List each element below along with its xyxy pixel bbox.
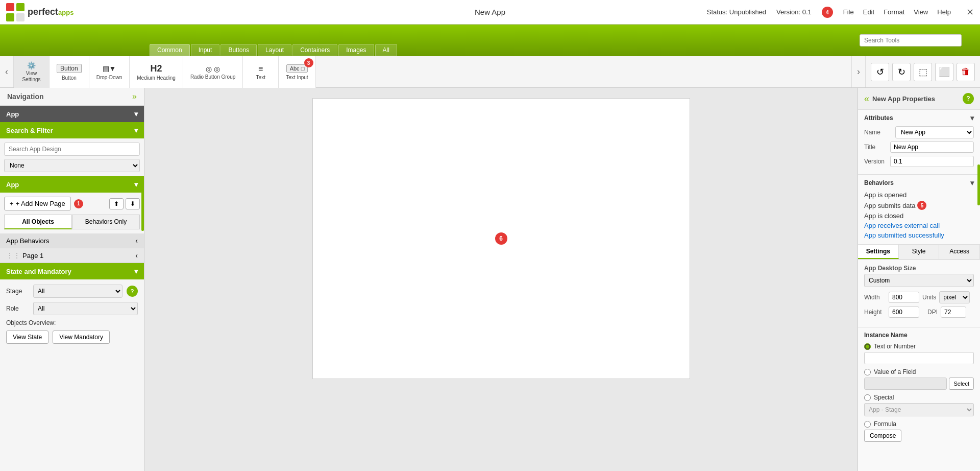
right-panel-help-button[interactable]: ? [963,93,974,104]
version-input[interactable] [890,156,974,167]
move-down-button[interactable]: ⬇ [126,198,140,209]
tool-text-input[interactable]: 3 Abc □ Text Input [279,56,315,88]
tab-input[interactable]: Input [191,44,220,56]
title-input[interactable] [890,142,974,153]
add-new-page-button[interactable]: + + Add New Page [4,197,71,210]
right-panel-header: « New App Properties ? [858,88,980,110]
toolbar-search [860,25,970,56]
tool-view-settings[interactable]: ⚙️ ViewSettings [14,56,50,88]
behavior-external-call[interactable]: App receives external call [864,221,974,230]
tool-dropdown[interactable]: ▤▼ Drop-Down [89,56,130,88]
heading-label: Medium Heading [137,75,176,81]
tab-all[interactable]: All [375,44,397,56]
radio-formula[interactable] [864,421,871,428]
frame-button[interactable]: ⬜ [935,63,953,81]
close-button[interactable]: ✕ [966,7,974,18]
state-mandatory-chevron-icon: ▾ [134,267,138,275]
stage-select[interactable]: All [33,285,122,298]
navigation-title: Navigation [7,92,44,101]
instance-text-input[interactable] [864,352,974,364]
radio-text-number[interactable] [864,343,871,350]
logo: perfectapps [6,3,74,21]
dpi-input[interactable] [941,307,966,318]
delete-button[interactable]: 🗑 [957,63,975,81]
toolbar-nav-right[interactable]: › [851,56,865,87]
canvas-area[interactable]: 6 [144,88,857,471]
logo-text: perfectapps [28,7,74,17]
nav-expand-icon[interactable]: » [132,92,137,101]
app-section-header[interactable]: App ▾ [0,106,144,122]
move-up-button[interactable]: ⬆ [109,198,124,209]
app-behaviors-label: App Behaviors [6,237,50,245]
select-field-button[interactable]: Select [949,378,974,390]
menu-edit[interactable]: Edit [863,8,874,16]
tab-style[interactable]: Style [899,245,940,259]
drag-icon: ⋮⋮ [6,251,20,260]
stage-help-button[interactable]: ? [127,286,138,297]
behaviors-collapse-icon[interactable]: ▾ [970,179,974,187]
behaviors-section: Behaviors ▾ App is opened App submits da… [858,175,980,245]
radio-formula-row: Formula [864,420,974,428]
search-tools-input[interactable] [860,34,962,46]
tab-common[interactable]: Common [150,44,190,56]
special-select[interactable]: App - Stage [864,403,974,416]
tab-all-objects[interactable]: All Objects [4,215,72,229]
behavior-app-submits[interactable]: App submits data5 [864,200,974,211]
search-app-design-input[interactable] [4,143,140,156]
tab-buttons[interactable]: Buttons [220,44,257,56]
view-settings-icon: ⚙️ [27,61,36,69]
filter-select[interactable]: None [4,159,140,172]
view-settings-label: ViewSettings [22,70,40,83]
field-value-input[interactable] [864,378,947,390]
units-select[interactable]: pixel [939,291,970,303]
behavior-submitted-success[interactable]: App submitted successfully [864,230,974,240]
tab-behaviors-only[interactable]: Behaviors Only [72,215,140,229]
compose-button[interactable]: Compose [864,430,901,442]
menu-format[interactable]: Format [884,8,904,16]
view-mandatory-button[interactable]: View Mandatory [53,331,110,344]
group-button[interactable]: ⬚ [914,63,932,81]
desktop-size-select[interactable]: Custom [864,274,974,287]
version-row: Version [864,156,974,167]
version-text: Version: 0.1 [776,8,812,16]
width-input[interactable] [889,292,919,303]
behavior-app-closed[interactable]: App is closed [864,211,974,221]
tool-medium-heading[interactable]: H2 Medium Heading [130,56,183,88]
search-filter-body: None [0,138,144,176]
state-mandatory-header[interactable]: State and Mandatory ▾ [0,263,144,279]
menu-file[interactable]: File [843,8,854,16]
app-behaviors-item[interactable]: App Behaviors ‹ [0,233,144,248]
radio-value-field-label: Value of a Field [874,368,916,375]
tab-access[interactable]: Access [939,245,980,259]
units-label: Units [922,294,936,301]
toolbar-nav-left[interactable]: ‹ [0,56,14,87]
tab-settings[interactable]: Settings [858,245,899,259]
view-state-button[interactable]: View State [6,331,48,344]
menu-help[interactable]: Help [937,8,951,16]
tab-layout[interactable]: Layout [258,44,291,56]
tool-text[interactable]: ≡ Text [243,56,279,88]
settings-body: App Desktop Size Custom Width Units pixe… [858,260,980,327]
behavior-app-opened[interactable]: App is opened [864,190,974,200]
right-scroll-indicator [977,164,980,205]
page1-item[interactable]: ⋮⋮ Page 1 ‹ [0,248,144,263]
radio-value-field[interactable] [864,369,871,375]
tab-images[interactable]: Images [338,44,374,56]
radio-special[interactable] [864,394,871,401]
redo-button[interactable]: ↻ [892,63,911,81]
app-sub-header[interactable]: App ▾ [0,176,144,193]
right-panel-collapse-icon[interactable]: « [864,93,869,104]
search-filter-header[interactable]: Search & Filter ▾ [0,122,144,138]
menu-view[interactable]: View [914,8,928,16]
height-input[interactable] [889,307,919,318]
tool-radio-button-group[interactable]: ◎ ◎ Radio Button Group [183,56,243,88]
width-label: Width [864,294,886,301]
undo-button[interactable]: ↺ [871,63,889,81]
name-label: Name [864,129,892,136]
name-input[interactable]: New App [895,126,974,138]
role-select[interactable]: All [33,302,138,315]
tool-button[interactable]: Button Button [50,56,89,88]
dropdown-icon: ▤▼ [103,64,116,73]
attributes-collapse-icon[interactable]: ▾ [970,114,974,122]
tab-containers[interactable]: Containers [292,44,337,56]
